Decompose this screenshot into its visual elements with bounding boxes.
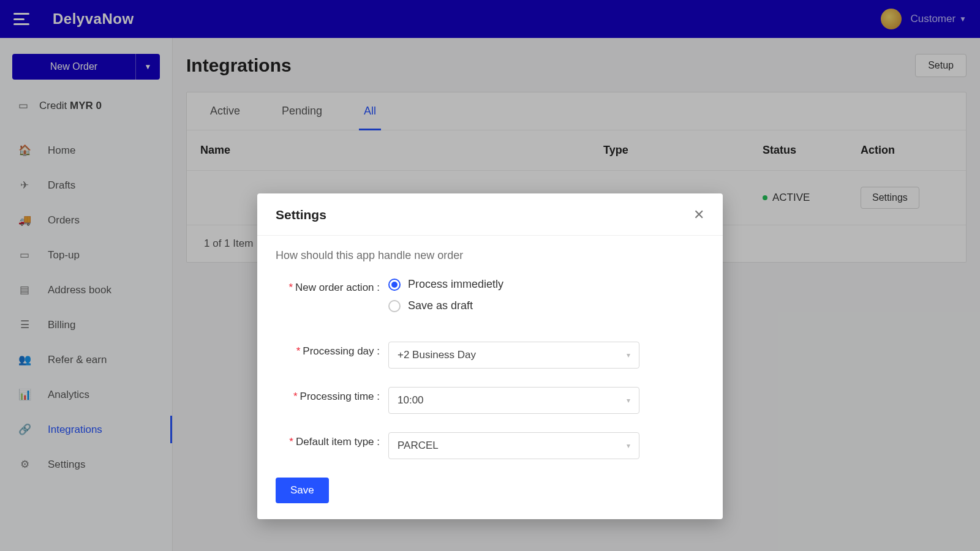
modal-close-button[interactable]: ✕: [693, 207, 704, 223]
radio-icon: [388, 300, 401, 312]
select-processing-day[interactable]: +2 Business Day ▾: [388, 342, 639, 369]
label-processing-day: Processing day: [303, 345, 374, 357]
chevron-down-icon: ▾: [627, 351, 630, 359]
select-value: +2 Business Day: [398, 349, 476, 361]
radio-save-as-draft[interactable]: Save as draft: [388, 299, 704, 312]
modal-description: How should this app handle new order: [276, 249, 704, 262]
chevron-down-icon: ▾: [627, 441, 630, 450]
label-processing-time: Processing time: [300, 391, 374, 402]
save-button[interactable]: Save: [276, 478, 329, 503]
chevron-down-icon: ▾: [627, 396, 630, 405]
select-default-item-type[interactable]: PARCEL ▾: [388, 432, 639, 459]
label-new-order-action: New order action: [295, 282, 374, 293]
select-value: PARCEL: [398, 440, 439, 452]
label-default-item-type: Default item type: [296, 436, 374, 448]
modal-title: Settings: [276, 208, 326, 222]
radio-process-immediately[interactable]: Process immedietly: [388, 278, 704, 291]
radio-label: Process immedietly: [408, 278, 503, 291]
settings-modal: Settings ✕ How should this app handle ne…: [257, 193, 723, 519]
select-value: 10:00: [398, 394, 424, 407]
radio-label: Save as draft: [408, 299, 473, 312]
radio-icon: [388, 279, 401, 291]
select-processing-time[interactable]: 10:00 ▾: [388, 387, 639, 414]
close-icon: ✕: [693, 207, 704, 222]
